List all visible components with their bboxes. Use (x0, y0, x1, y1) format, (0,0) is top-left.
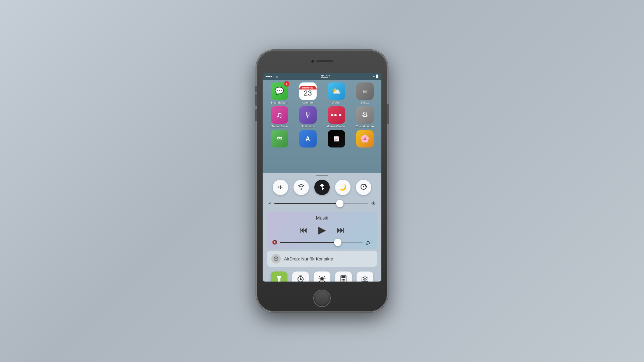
svg-point-24 (343, 281, 344, 282)
svg-point-22 (344, 279, 345, 280)
airdrop-section[interactable]: AirDrop: Nur für Kontakte (267, 251, 377, 267)
app-gamecenter[interactable]: ●● ● Game Center (323, 106, 350, 128)
brightness-thumb[interactable] (336, 200, 343, 207)
brightness-button[interactable] (314, 272, 330, 282)
svg-rect-19 (341, 276, 345, 278)
power-button[interactable] (387, 104, 389, 124)
camera-icon (361, 276, 369, 282)
app-calendar[interactable]: Dienstag 23 Kalender (294, 82, 321, 104)
messages-label: Nachrichten (271, 101, 287, 104)
volume-track[interactable] (280, 242, 363, 243)
weather-icon[interactable]: ⛅ (328, 82, 345, 100)
volume-up-button[interactable] (255, 94, 257, 106)
settings-icon[interactable]: ⚙ (356, 106, 374, 124)
airplane-icon: ✈ (278, 184, 283, 191)
itunes-icon[interactable]: ♫ (271, 106, 288, 124)
brightness-max-icon: ☀ (371, 200, 376, 207)
brightness-fill (274, 203, 340, 204)
donotdisturb-toggle[interactable]: 🌙 (335, 180, 351, 195)
volume-fill (280, 242, 338, 243)
flashlight-icon (276, 275, 282, 282)
camera-button[interactable] (357, 272, 373, 282)
play-pause-button[interactable]: ▶ (318, 224, 326, 236)
svg-line-16 (324, 277, 324, 277)
svg-point-25 (344, 281, 345, 282)
airdrop-icon (271, 254, 281, 263)
photos-icon[interactable]: 🌸 (356, 130, 374, 147)
calendar-label: Kalender (302, 101, 314, 104)
brightness-track[interactable] (274, 203, 368, 204)
bluetooth-status-icon: ✦ (373, 75, 375, 78)
prev-track-button[interactable]: ⏮ (300, 225, 308, 235)
podcasts-icon[interactable]: 🎙 (299, 106, 317, 124)
next-track-button[interactable]: ⏭ (337, 225, 345, 235)
bluetooth-toggle[interactable] (314, 180, 330, 195)
wifi-icon: ▲ (275, 75, 278, 78)
messages-icon[interactable]: 💬 1 (271, 82, 288, 100)
front-camera (311, 60, 314, 63)
timer-button[interactable] (292, 272, 309, 282)
wifi-toggle[interactable] (293, 180, 309, 195)
brightness-min-icon: ☀ (268, 201, 272, 206)
app-weather[interactable]: ⛅ Wetter (323, 82, 350, 104)
app-messages[interactable]: 💬 1 Nachrichten (266, 82, 292, 104)
app-stocks[interactable]: 📈 (323, 130, 350, 148)
brightness-slider-row: ☀ ☀ (263, 197, 381, 210)
volume-down-button[interactable] (255, 109, 257, 121)
quick-actions-row (263, 269, 381, 282)
messages-badge: 1 (284, 81, 289, 86)
extras-icon[interactable]: ⊞ (356, 82, 374, 100)
gamecenter-icon[interactable]: ●● ● (328, 106, 345, 124)
weather-label: Wetter (332, 101, 340, 104)
rotation-lock-icon (360, 183, 367, 192)
calculator-icon (340, 275, 347, 282)
svg-marker-4 (277, 276, 281, 279)
phone: ●●●●○ ▲ 01:17 ✦ ▊ 💬 1 Nachrichten (257, 50, 387, 312)
phone-body: ●●●●○ ▲ 01:17 ✦ ▊ 💬 1 Nachrichten (257, 50, 387, 312)
volume-max-icon: 🔊 (365, 239, 372, 245)
speaker (316, 60, 333, 62)
svg-point-21 (343, 279, 344, 280)
bluetooth-icon (320, 183, 324, 192)
gamecenter-label: Game Center (327, 125, 345, 128)
svg-point-9 (320, 277, 324, 281)
control-center: ✈ (263, 173, 381, 282)
cc-toggles-row: ✈ (263, 178, 381, 197)
calculator-button[interactable] (335, 272, 352, 282)
signal-strength: ●●●●○ (265, 75, 274, 78)
flashlight-button[interactable] (271, 272, 287, 282)
moon-icon: 🌙 (339, 184, 346, 191)
app-maps[interactable]: 🗺 (266, 130, 292, 148)
airdrop-label: AirDrop: Nur für Kontakte (284, 256, 333, 261)
itunes-label: iTunes Store (271, 125, 288, 128)
stocks-icon[interactable]: 📈 (328, 130, 345, 147)
rotation-lock-toggle[interactable] (356, 180, 371, 195)
airplane-mode-toggle[interactable]: ✈ (273, 180, 288, 195)
mute-switch[interactable] (255, 86, 257, 93)
cc-handle (263, 173, 381, 178)
svg-line-17 (320, 281, 320, 281)
status-time: 01:17 (321, 74, 330, 78)
svg-line-15 (324, 281, 324, 281)
battery-icon: ▊ (376, 75, 379, 78)
settings-label: Einstellungen (356, 125, 374, 128)
volume-thumb[interactable] (334, 239, 341, 246)
wifi-toggle-icon (298, 184, 305, 191)
svg-line-14 (320, 277, 320, 277)
status-bar: ●●●●○ ▲ 01:17 ✦ ▊ (263, 73, 381, 80)
app-extras[interactable]: ⊞ Extras (352, 82, 378, 104)
calendar-icon[interactable]: Dienstag 23 (299, 82, 317, 100)
svg-point-23 (342, 281, 343, 282)
appstore-icon[interactable]: A (299, 130, 317, 147)
top-camera-area (311, 60, 333, 63)
home-button[interactable] (313, 290, 331, 307)
app-settings[interactable]: ⚙ Einstellungen (352, 106, 378, 128)
app-photos[interactable]: 🌸 (352, 130, 378, 148)
music-controls: ⏮ ▶ ⏭ (272, 224, 372, 236)
app-itunes[interactable]: ♫ iTunes Store (266, 106, 292, 128)
app-podcasts[interactable]: 🎙 Podcasts (294, 106, 321, 128)
svg-point-27 (365, 279, 366, 280)
maps-icon[interactable]: 🗺 (271, 130, 288, 147)
app-appstore[interactable]: A (294, 130, 321, 148)
svg-point-1 (363, 186, 364, 187)
